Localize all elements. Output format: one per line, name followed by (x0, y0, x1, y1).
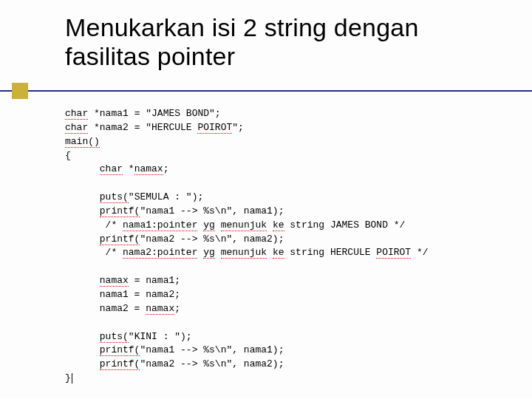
code-text: string JAMES BOND */ (284, 219, 406, 231)
code-text: "; (232, 122, 244, 133)
code-text: ; (163, 163, 169, 174)
code-text: "nama1 --> %s\n", nama1); (140, 344, 284, 355)
code-block: char *nama1 = "JAMES BOND"; char *nama2 … (65, 107, 429, 386)
code-line: puts("SEMULA : "); (65, 191, 203, 203)
indent (65, 358, 100, 369)
var-namax: namax (146, 303, 174, 315)
code-text: "KINI : "); (129, 331, 192, 342)
code-text: *nama2 = "HERCULE (88, 122, 197, 133)
code-line: char *nama2 = "HERCULE POIROT"; (65, 122, 244, 134)
word: yg (203, 247, 215, 259)
fn-main: main() (65, 136, 100, 148)
fn-printf: printf( (100, 233, 140, 245)
fn-printf: printf( (100, 205, 140, 217)
title-underline (0, 90, 532, 92)
kw-char: char (100, 163, 123, 175)
code-text: /* (65, 219, 123, 231)
code-text: nama2 = (65, 303, 146, 314)
code-text: = nama1; (129, 275, 180, 286)
accent-square-icon (12, 83, 28, 99)
code-text (215, 219, 221, 231)
text-cursor-icon (72, 373, 72, 383)
code-text (215, 247, 221, 258)
kw-char: char (65, 122, 88, 134)
code-text: } (65, 372, 71, 383)
code-line: } (65, 372, 72, 383)
code-line: nama2 = namax; (65, 303, 180, 315)
code-line: char *namax; (65, 163, 168, 175)
code-text: *nama1 = "JAMES BOND"; (88, 108, 220, 119)
code-line: nama1 = nama2; (65, 289, 180, 300)
var-namax: namax (100, 275, 129, 287)
code-line: printf("nama2 --> %s\n", nama2); (65, 233, 284, 245)
fn-puts: puts( (100, 331, 129, 343)
indent (65, 331, 100, 342)
code-line: puts("KINI : "); (65, 331, 192, 343)
code-line: { (65, 150, 71, 161)
fn-printf: printf( (100, 358, 140, 370)
word: POIROT (376, 247, 411, 259)
code-text: string HERCULE (284, 247, 377, 258)
indent (65, 205, 100, 216)
code-line: namax = nama1; (65, 275, 180, 287)
code-text: "SEMULA : "); (129, 191, 203, 202)
word: menunjuk (221, 219, 267, 231)
code-text: "nama2 --> %s\n", nama2); (140, 233, 284, 245)
code-text (267, 247, 273, 258)
code-text: "nama2 --> %s\n", nama2); (140, 358, 284, 369)
code-text: /* (65, 247, 123, 258)
word: ke (273, 247, 284, 259)
var-namax: namax (134, 163, 163, 175)
indent (65, 275, 100, 286)
word: yg (203, 219, 215, 231)
code-text: */ (411, 247, 428, 258)
word: ke (273, 219, 284, 231)
code-text (267, 219, 273, 231)
code-line: /* nama1:pointer yg menunjuk ke string J… (65, 219, 405, 231)
indent (65, 233, 100, 245)
code-text: "nama1 --> %s\n", nama1); (140, 205, 284, 216)
word: nama2:pointer (123, 247, 197, 259)
code-line: printf("nama2 --> %s\n", nama2); (65, 358, 284, 370)
indent (65, 344, 100, 355)
kw-char: char (65, 108, 88, 120)
indent (65, 163, 100, 174)
word: nama1:pointer (123, 219, 197, 231)
title-block: Menukarkan isi 2 string dengan fasilitas… (65, 13, 508, 71)
code-line: /* nama2:pointer yg menunjuk ke string H… (65, 247, 429, 259)
code-line: printf("nama1 --> %s\n", nama1); (65, 205, 284, 217)
slide: Menukarkan isi 2 string dengan fasilitas… (0, 0, 532, 399)
slide-title: Menukarkan isi 2 string dengan fasilitas… (65, 13, 508, 71)
code-line: main() (65, 136, 100, 148)
code-line: printf("nama1 --> %s\n", nama1); (65, 344, 284, 356)
code-text: * (123, 163, 134, 174)
word: POIROT (197, 122, 232, 134)
indent (65, 191, 100, 202)
fn-printf: printf( (100, 344, 140, 356)
word: menunjuk (221, 247, 267, 259)
code-line: char *nama1 = "JAMES BOND"; (65, 108, 221, 120)
code-text: ; (174, 303, 180, 314)
fn-puts: puts( (100, 191, 129, 203)
